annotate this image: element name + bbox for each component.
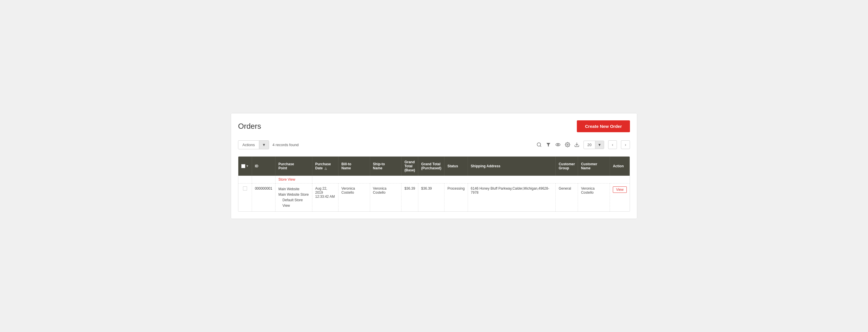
search-icon[interactable] [536, 142, 542, 147]
create-new-order-button[interactable]: Create New Order [577, 120, 630, 132]
th-id: ID [252, 157, 275, 176]
per-page-select[interactable]: 20 ▼ [584, 141, 604, 149]
prev-page-button[interactable]: ‹ [608, 140, 617, 149]
checkbox-dropdown-arrow[interactable]: ▼ [246, 164, 249, 168]
th-bill-to-name: Bill-toName [339, 157, 370, 176]
svg-point-4 [557, 144, 559, 145]
svg-point-5 [567, 144, 568, 145]
main-card: Orders Create New Order Actions ▼ 4 reco… [231, 113, 637, 219]
select-all-checkbox[interactable] [241, 164, 245, 168]
purchase-point-line3: Default Store View [278, 197, 309, 208]
row-checkbox[interactable] [243, 187, 247, 191]
toolbar-left: Actions ▼ 4 records found [238, 140, 299, 149]
th-checkbox: ▼ [238, 157, 252, 176]
td-customer-name: Veronica Costello [578, 183, 610, 211]
td-grand-total-purchased: $36.39 [418, 183, 444, 211]
td-checkbox [238, 183, 252, 211]
th-status: Status [444, 157, 468, 176]
td-ship-to-name: Veronica Costello [370, 183, 402, 211]
th-customer-group: CustomerGroup [556, 157, 578, 176]
orders-table: ▼ ID PurchasePoint PurchaseDate △ Bill-t… [238, 157, 630, 212]
download-icon[interactable] [574, 142, 580, 147]
td-purchase-point: Main Website Main Website Store Default … [275, 183, 312, 211]
svg-line-1 [540, 146, 541, 147]
orders-table-wrapper: ▼ ID PurchasePoint PurchaseDate △ Bill-t… [238, 156, 630, 212]
td-bill-to-name: Veronica Costello [339, 183, 370, 211]
td-id: 000000001 [252, 183, 275, 211]
th-purchase-date[interactable]: PurchaseDate △ [312, 157, 338, 176]
td-shipping-address: 6146 Honey Bluff Parkway,Calder,Michigan… [468, 183, 556, 211]
svg-marker-2 [547, 143, 551, 146]
toolbar: Actions ▼ 4 records found [238, 138, 630, 152]
per-page-value: 20 [584, 141, 595, 149]
th-customer-name: CustomerName [578, 157, 610, 176]
store-view-partial-row: Store View [238, 176, 630, 184]
td-action: View [610, 183, 630, 211]
td-empty2 [252, 176, 275, 184]
page-title: Orders [238, 122, 261, 131]
th-shipping-address: Shipping Address [468, 157, 556, 176]
records-count: 4 records found [273, 143, 299, 147]
purchase-point-list: Main Website Main Website Store Default … [278, 187, 309, 209]
eye-icon[interactable] [555, 142, 561, 147]
th-purchase-point: PurchasePoint [275, 157, 312, 176]
td-purchase-date: Aug 22, 201912:33:42 AM [312, 183, 338, 211]
toolbar-right: 20 ▼ ‹ › [536, 140, 630, 149]
page-container: Orders Create New Order Actions ▼ 4 reco… [231, 113, 637, 219]
th-action: Action [610, 157, 630, 176]
td-status: Processing [444, 183, 468, 211]
purchase-point-line2: Main Website Store [278, 192, 309, 197]
purchase-point-line1: Main Website [278, 187, 309, 192]
actions-label: Actions [238, 141, 259, 149]
page-header: Orders Create New Order [238, 120, 630, 132]
table-row: 000000001 Main Website Main Website Stor… [238, 183, 630, 211]
td-empty3 [312, 176, 630, 184]
actions-select[interactable]: Actions ▼ [238, 140, 269, 149]
td-store-view: Store View [275, 176, 312, 184]
gear-icon[interactable] [565, 142, 570, 147]
store-view-text: Store View [278, 177, 295, 181]
order-id: 000000001 [255, 187, 272, 191]
filter-icon[interactable] [546, 142, 551, 147]
table-header-row: ▼ ID PurchasePoint PurchaseDate △ Bill-t… [238, 157, 630, 176]
td-empty [238, 176, 252, 184]
td-grand-total-base: $36.39 [402, 183, 418, 211]
th-grand-total-base: GrandTotal(Base) [402, 157, 418, 176]
sort-icon: △ [324, 167, 327, 170]
td-customer-group: General [556, 183, 578, 211]
view-order-button[interactable]: View [613, 187, 627, 193]
th-grand-total-purchased: Grand Total(Purchased) [418, 157, 444, 176]
per-page-dropdown-arrow[interactable]: ▼ [595, 141, 604, 149]
svg-point-3 [556, 143, 560, 146]
actions-dropdown-arrow[interactable]: ▼ [259, 141, 269, 149]
th-ship-to-name: Ship-toName [370, 157, 402, 176]
next-page-button[interactable]: › [621, 140, 630, 149]
